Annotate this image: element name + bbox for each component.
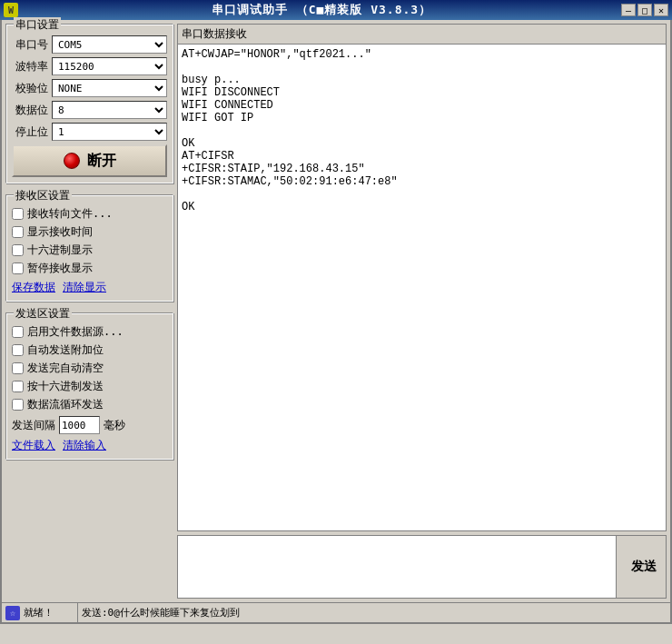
- interval-label: 发送间隔: [12, 418, 55, 433]
- send-interval-row: 发送间隔 毫秒: [12, 416, 167, 434]
- receive-settings-group: 接收区设置 接收转向文件... 显示接收时间 十六进制显示: [5, 194, 173, 302]
- checkbox-auto-clear[interactable]: [12, 362, 24, 374]
- save-data-link[interactable]: 保存数据: [12, 280, 55, 295]
- checkbox-show-time[interactable]: [12, 226, 24, 238]
- window-controls: — □ ✕: [621, 4, 668, 16]
- interval-unit: 毫秒: [104, 418, 125, 433]
- parity-row: 校验位 NONE: [12, 79, 167, 97]
- send-check-row-1: 自动发送附加位: [12, 342, 167, 358]
- checkbox-auto-append[interactable]: [12, 344, 24, 356]
- minimize-button[interactable]: —: [621, 4, 636, 16]
- stopbits-select-wrapper[interactable]: 1: [52, 123, 167, 141]
- databits-select-wrapper[interactable]: 8: [52, 101, 167, 119]
- status-right: 发送:0@什么时候能睡下来复位划到: [82, 606, 667, 619]
- send-area: 发送: [177, 535, 667, 599]
- checkbox-hex-display[interactable]: [12, 244, 24, 256]
- baud-label: 波特率: [12, 59, 48, 74]
- check-row-1: 显示接收时间: [12, 224, 167, 240]
- clear-display-link[interactable]: 清除显示: [63, 280, 106, 295]
- send-check-label-0: 启用文件数据源...: [27, 324, 124, 340]
- baud-select[interactable]: 115200: [52, 57, 167, 75]
- receive-box: 串口数据接收 AT+CWJAP="HONOR","qtf2021..." bus…: [177, 24, 667, 531]
- check-row-0: 接收转向文件...: [12, 206, 167, 222]
- send-check-label-4: 数据流循环发送: [27, 397, 104, 412]
- title-bar: W 串口调试助手 （C■精装版 V3.8.3） — □ ✕: [0, 0, 672, 20]
- check-row-3: 暂停接收显示: [12, 261, 167, 276]
- parity-select[interactable]: NONE: [52, 79, 167, 97]
- port-select[interactable]: COM5: [52, 35, 167, 54]
- databits-select[interactable]: 8: [52, 101, 167, 119]
- send-button[interactable]: 发送: [620, 536, 666, 598]
- checkbox-save-file[interactable]: [12, 208, 24, 220]
- right-panel: 串口数据接收 AT+CWJAP="HONOR","qtf2021..." bus…: [177, 24, 667, 599]
- send-settings-title: 发送区设置: [14, 306, 72, 322]
- port-select-wrapper[interactable]: COM5: [52, 35, 167, 54]
- check-row-2: 十六进制显示: [12, 243, 167, 258]
- check-label-1: 显示接收时间: [27, 224, 93, 240]
- main-window: 串口设置 串口号 COM5 波特率: [0, 20, 672, 624]
- send-check-label-1: 自动发送附加位: [27, 342, 104, 358]
- title-text: 串口调试助手 （C■精装版 V3.8.3）: [22, 2, 621, 18]
- send-check-row-4: 数据流循环发送: [12, 397, 167, 412]
- parity-label: 校验位: [12, 81, 48, 96]
- maximize-button[interactable]: □: [637, 4, 652, 16]
- databits-row: 数据位 8: [12, 101, 167, 119]
- status-text: 就绪！: [24, 606, 54, 619]
- send-check-label-2: 发送完自动清空: [27, 361, 104, 376]
- send-check-row-0: 启用文件数据源...: [12, 324, 167, 340]
- serial-settings-title: 串口设置: [14, 17, 61, 33]
- content-area: 串口设置 串口号 COM5 波特率: [2, 20, 670, 602]
- port-label: 串口号: [12, 37, 48, 53]
- databits-label: 数据位: [12, 103, 48, 118]
- baud-row: 波特率 115200: [12, 57, 167, 75]
- status-icon: ☆: [5, 606, 20, 620]
- status-bar: ☆ 就绪！ 发送:0@什么时候能睡下来复位划到: [2, 602, 670, 622]
- close-button[interactable]: ✕: [654, 4, 668, 16]
- receive-textarea[interactable]: AT+CWJAP="HONOR","qtf2021..." busy p... …: [178, 45, 666, 530]
- serial-settings-group: 串口设置 串口号 COM5 波特率: [5, 24, 173, 183]
- send-settings-inner: 启用文件数据源... 自动发送附加位 发送完自动清空 按十六进制发送: [12, 324, 167, 453]
- receive-settings-inner: 接收转向文件... 显示接收时间 十六进制显示 暂停接收显示: [12, 206, 167, 295]
- baud-select-wrapper[interactable]: 115200: [52, 57, 167, 75]
- status-left: ☆ 就绪！: [5, 603, 78, 622]
- load-file-link[interactable]: 文件载入: [12, 438, 55, 453]
- send-settings-group: 发送区设置 启用文件数据源... 自动发送附加位 发送完自动清空: [5, 312, 173, 460]
- left-panel: 串口设置 串口号 COM5 波特率: [5, 24, 173, 599]
- check-label-0: 接收转向文件...: [27, 206, 113, 222]
- send-textarea[interactable]: [178, 536, 617, 598]
- checkbox-loop-send[interactable]: [12, 399, 24, 411]
- stopbits-row: 停止位 1: [12, 123, 167, 141]
- disconnect-label: 断开: [87, 152, 116, 171]
- port-row: 串口号 COM5: [12, 35, 167, 54]
- serial-settings-inner: 串口号 COM5 波特率 115200: [12, 35, 167, 177]
- check-label-2: 十六进制显示: [27, 243, 93, 258]
- stopbits-select[interactable]: 1: [52, 123, 167, 141]
- send-links: 文件载入 清除输入: [12, 438, 167, 453]
- receive-links: 保存数据 清除显示: [12, 280, 167, 295]
- checkbox-file-source[interactable]: [12, 326, 24, 338]
- clear-input-link[interactable]: 清除输入: [63, 438, 106, 453]
- interval-input[interactable]: [59, 416, 100, 434]
- disconnect-button[interactable]: 断开: [12, 144, 167, 177]
- receive-settings-title: 接收区设置: [14, 188, 72, 203]
- checkbox-pause-receive[interactable]: [12, 263, 24, 274]
- receive-box-title: 串口数据接收: [178, 25, 666, 45]
- stopbits-label: 停止位: [12, 124, 48, 140]
- send-check-row-3: 按十六进制发送: [12, 379, 167, 394]
- send-check-row-2: 发送完自动清空: [12, 361, 167, 376]
- checkbox-hex-send[interactable]: [12, 381, 24, 392]
- send-check-label-3: 按十六进制发送: [27, 379, 104, 394]
- status-right-text: 发送:0@什么时候能睡下来复位划到: [82, 606, 240, 619]
- red-indicator: [64, 153, 80, 169]
- parity-select-wrapper[interactable]: NONE: [52, 79, 167, 97]
- check-label-3: 暂停接收显示: [27, 261, 93, 276]
- app-icon: W: [4, 3, 18, 17]
